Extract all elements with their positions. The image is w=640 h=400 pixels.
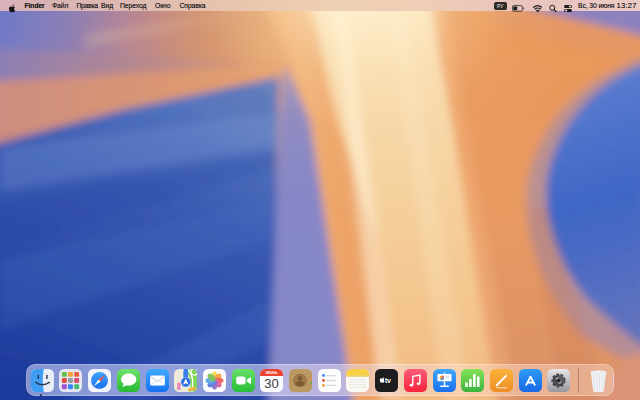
svg-text:tv: tv [385, 378, 391, 385]
svg-text:ИЮНЬ: ИЮНЬ [266, 372, 278, 376]
svg-text:30: 30 [265, 377, 280, 392]
